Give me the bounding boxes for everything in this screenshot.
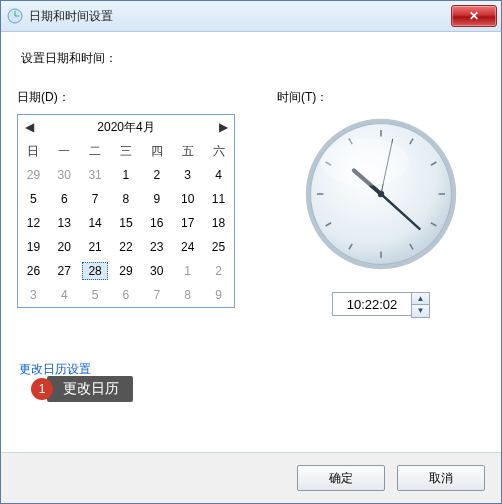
calendar-day[interactable]: 12 xyxy=(18,211,49,235)
svg-point-21 xyxy=(321,138,409,186)
calendar-day[interactable]: 9 xyxy=(141,187,172,211)
calendar-day[interactable]: 11 xyxy=(203,187,234,211)
subtitle: 设置日期和时间： xyxy=(21,50,485,67)
calendar-day[interactable]: 8 xyxy=(111,187,142,211)
time-spin-down[interactable]: ▼ xyxy=(412,305,429,317)
calendar-day[interactable]: 10 xyxy=(172,187,203,211)
calendar-day[interactable]: 9 xyxy=(203,283,234,307)
calendar-day[interactable]: 13 xyxy=(49,211,80,235)
close-button[interactable]: ✕ xyxy=(451,5,497,27)
dialog-footer: 确定 取消 xyxy=(1,452,501,503)
calendar-day[interactable]: 5 xyxy=(80,283,111,307)
content-columns: 日期(D)： ◀ 2020年4月 ▶ 日一二三四五六 2930311234567… xyxy=(17,89,485,318)
dialog-body: 设置日期和时间： 日期(D)： ◀ 2020年4月 ▶ 日一二三四五六 2930… xyxy=(1,32,501,452)
calendar-day[interactable]: 6 xyxy=(111,283,142,307)
calendar-day[interactable]: 2 xyxy=(141,163,172,187)
calendar-day[interactable]: 1 xyxy=(111,163,142,187)
calendar-day[interactable]: 7 xyxy=(141,283,172,307)
calendar-title[interactable]: 2020年4月 xyxy=(97,119,154,136)
calendar-day[interactable]: 25 xyxy=(203,235,234,259)
change-calendar-settings-link[interactable]: 更改日历设置 xyxy=(19,362,91,376)
calendar-day[interactable]: 4 xyxy=(203,163,234,187)
calendar-day[interactable]: 1 xyxy=(172,259,203,283)
app-icon xyxy=(7,8,23,24)
calendar-day[interactable]: 15 xyxy=(111,211,142,235)
calendar-day[interactable]: 4 xyxy=(49,283,80,307)
callout-text: 更改日历 xyxy=(47,376,133,402)
calendar-day[interactable]: 26 xyxy=(18,259,49,283)
calendar-weekday: 二 xyxy=(80,139,111,163)
calendar: ◀ 2020年4月 ▶ 日一二三四五六 29303112345678910111… xyxy=(17,114,235,308)
window-title: 日期和时间设置 xyxy=(29,8,451,25)
calendar-day[interactable]: 21 xyxy=(80,235,111,259)
clock-container: ▲ ▼ xyxy=(277,114,485,318)
time-spinner: ▲ ▼ xyxy=(411,292,430,318)
calendar-weekday: 五 xyxy=(172,139,203,163)
calendar-day[interactable]: 7 xyxy=(80,187,111,211)
calendar-prev-button[interactable]: ◀ xyxy=(22,119,36,135)
calendar-day[interactable]: 20 xyxy=(49,235,80,259)
dialog-window: 日期和时间设置 ✕ 设置日期和时间： 日期(D)： ◀ 2020年4月 ▶ 日一… xyxy=(0,0,502,504)
calendar-day[interactable]: 19 xyxy=(18,235,49,259)
calendar-day[interactable]: 30 xyxy=(49,163,80,187)
calendar-day[interactable]: 3 xyxy=(172,163,203,187)
calendar-day[interactable]: 27 xyxy=(49,259,80,283)
calendar-weekday: 一 xyxy=(49,139,80,163)
calendar-day[interactable]: 3 xyxy=(18,283,49,307)
tutorial-callout: 1 更改日历 xyxy=(31,376,133,402)
svg-point-20 xyxy=(378,191,384,197)
calendar-weekday: 三 xyxy=(111,139,142,163)
ok-button[interactable]: 确定 xyxy=(297,465,385,491)
date-label: 日期(D)： xyxy=(17,89,237,106)
time-column: 时间(T)： xyxy=(277,89,485,318)
time-spin-up[interactable]: ▲ xyxy=(412,293,429,305)
calendar-day[interactable]: 30 xyxy=(141,259,172,283)
analog-clock xyxy=(301,114,461,274)
calendar-day[interactable]: 22 xyxy=(111,235,142,259)
calendar-day[interactable]: 16 xyxy=(141,211,172,235)
calendar-day[interactable]: 17 xyxy=(172,211,203,235)
calendar-day[interactable]: 29 xyxy=(111,259,142,283)
calendar-day[interactable]: 6 xyxy=(49,187,80,211)
time-input[interactable] xyxy=(332,292,411,316)
close-icon: ✕ xyxy=(469,9,479,23)
calendar-day[interactable]: 28 xyxy=(80,259,111,283)
chevron-left-icon: ◀ xyxy=(25,120,34,134)
calendar-weekday: 四 xyxy=(141,139,172,163)
cancel-button[interactable]: 取消 xyxy=(397,465,485,491)
callout-step-badge: 1 xyxy=(31,378,53,400)
calendar-day[interactable]: 31 xyxy=(80,163,111,187)
time-label: 时间(T)： xyxy=(277,89,485,106)
calendar-next-button[interactable]: ▶ xyxy=(216,119,230,135)
svg-rect-1 xyxy=(15,11,16,16)
calendar-day[interactable]: 24 xyxy=(172,235,203,259)
calendar-day[interactable]: 14 xyxy=(80,211,111,235)
svg-rect-2 xyxy=(15,16,19,17)
calendar-day[interactable]: 5 xyxy=(18,187,49,211)
date-column: 日期(D)： ◀ 2020年4月 ▶ 日一二三四五六 2930311234567… xyxy=(17,89,237,318)
chevron-right-icon: ▶ xyxy=(219,120,228,134)
calendar-day[interactable]: 29 xyxy=(18,163,49,187)
calendar-day[interactable]: 23 xyxy=(141,235,172,259)
calendar-grid: 日一二三四五六 29303112345678910111213141516171… xyxy=(18,139,234,307)
calendar-day[interactable]: 8 xyxy=(172,283,203,307)
chevron-up-icon: ▲ xyxy=(417,294,425,303)
chevron-down-icon: ▼ xyxy=(417,306,425,315)
calendar-header: ◀ 2020年4月 ▶ xyxy=(18,115,234,139)
time-field: ▲ ▼ xyxy=(332,292,430,318)
calendar-weekday: 六 xyxy=(203,139,234,163)
titlebar: 日期和时间设置 ✕ xyxy=(1,1,501,32)
calendar-day[interactable]: 2 xyxy=(203,259,234,283)
calendar-weekday: 日 xyxy=(18,139,49,163)
calendar-day[interactable]: 18 xyxy=(203,211,234,235)
